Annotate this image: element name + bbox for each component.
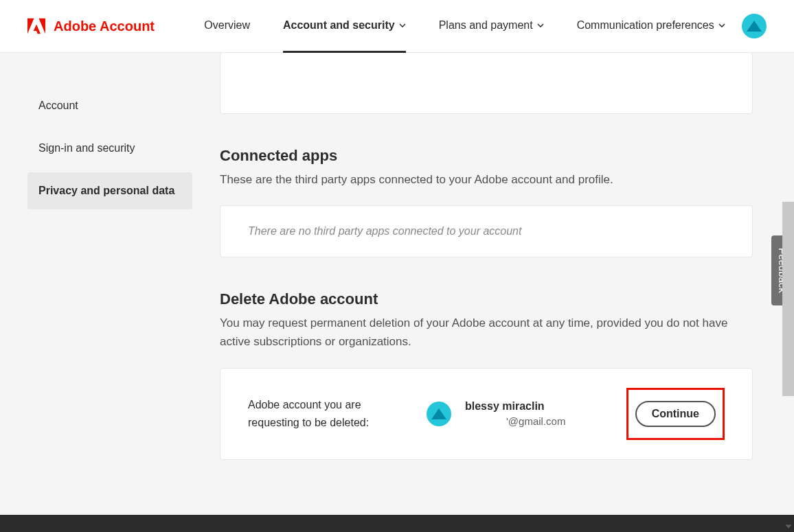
top-nav: Overview Account and security Plans and … [188,0,742,53]
main-content: Account Sign-in and security Privacy and… [0,53,794,460]
previous-section-card [220,52,753,114]
connected-apps-card: There are no third party apps connected … [220,205,753,257]
chevron-down-icon [399,23,406,27]
nav-label: Account and security [283,19,395,32]
delete-account-label: Adobe account you are requesting to be d… [248,396,413,431]
nav-label: Plans and payment [439,19,533,32]
delete-account-desc: You may request permanent deletion of yo… [220,314,753,351]
delete-account-card: Adobe account you are requesting to be d… [220,368,753,460]
delete-account-section: Delete Adobe account You may request per… [220,290,753,459]
scroll-down-arrow-icon[interactable] [784,522,793,531]
sidebar-item-signin-security[interactable]: Sign-in and security [27,130,192,167]
footer: Get help ? Common questions ○-○ Communit… [0,515,794,532]
connected-apps-desc: These are the third party apps connected… [220,170,753,189]
continue-button[interactable]: Continue [635,401,716,427]
content-area: Connected apps These are the third party… [192,53,794,460]
nav-overview[interactable]: Overview [204,0,250,53]
header: Adobe Account Overview Account and secur… [0,0,794,53]
scrollbar-thumb[interactable] [782,202,794,396]
connected-apps-empty: There are no third party apps connected … [248,225,725,238]
sidebar: Account Sign-in and security Privacy and… [0,53,192,460]
sidebar-item-privacy[interactable]: Privacy and personal data [27,172,192,209]
chevron-down-icon [718,23,725,27]
brand-text: Adobe Account [54,19,155,34]
adobe-logo-icon [27,18,45,34]
sidebar-item-account[interactable]: Account [27,87,192,124]
continue-highlight: Continue [626,388,725,440]
nav-plans-payment[interactable]: Plans and payment [439,0,544,53]
profile-avatar[interactable] [742,14,767,38]
user-info: blessy miraclin '@gmail.com [465,400,613,427]
brand-group[interactable]: Adobe Account [27,18,155,34]
user-avatar-icon [427,402,451,426]
connected-apps-section: Connected apps These are the third party… [220,147,753,257]
user-email: '@gmail.com [465,415,613,427]
nav-label: Overview [204,19,250,32]
nav-account-security[interactable]: Account and security [283,0,406,53]
user-name: blessy miraclin [465,400,613,413]
delete-account-title: Delete Adobe account [220,290,753,308]
chevron-down-icon [537,23,544,27]
nav-label: Communication preferences [577,19,714,32]
connected-apps-title: Connected apps [220,147,753,165]
nav-communication-prefs[interactable]: Communication preferences [577,0,725,53]
